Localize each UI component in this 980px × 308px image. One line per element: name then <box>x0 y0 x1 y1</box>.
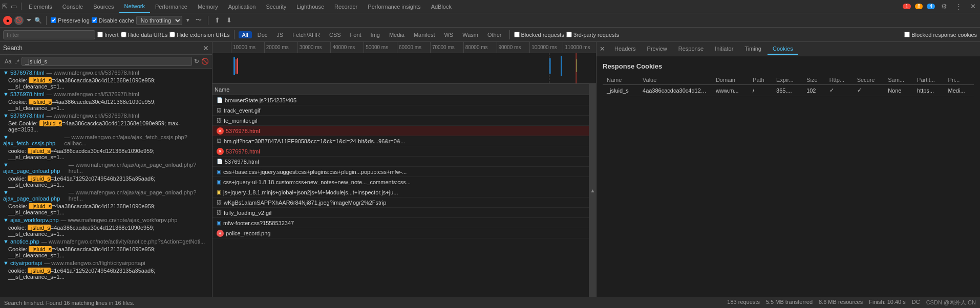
preserve-log-label[interactable]: Preserve log <box>51 17 90 24</box>
result-file-name[interactable]: ▼ ajax_fetch_cssjs.php <box>3 134 62 146</box>
timeline-body[interactable] <box>212 53 596 84</box>
record-button[interactable]: ● <box>3 16 12 25</box>
third-party-checkbox[interactable] <box>566 32 572 37</box>
tab-sources[interactable]: Sources <box>88 0 119 13</box>
list-item[interactable]: Set-Cookie: _jsluid_s=4aa386cacdca30c4d1… <box>0 120 212 133</box>
tab-console[interactable]: Console <box>57 0 88 13</box>
hide-extension-urls-label[interactable]: Hide extension URLs <box>169 32 229 38</box>
tab-response[interactable]: Response <box>673 43 709 55</box>
search-close-button[interactable]: ✕ <box>203 44 209 52</box>
blocked-requests-checkbox[interactable] <box>514 32 520 37</box>
result-file-name[interactable]: ▼ 5376978.html <box>3 113 45 119</box>
invert-label[interactable]: Invert <box>97 32 119 38</box>
tab-preview[interactable]: Preview <box>642 43 672 55</box>
result-file-name[interactable]: ▼ ajax_workforpv.php <box>3 217 59 223</box>
network-conditions-icon[interactable]: 〜 <box>194 15 204 26</box>
tab-lighthouse[interactable]: Lighthouse <box>291 0 329 13</box>
blocked-cookies-label[interactable]: Blocked response cookies <box>904 32 977 38</box>
settings-icon[interactable]: ⚙ <box>939 2 949 11</box>
list-item[interactable]: cookie: _jsluid_s=1e641a71252c0749546b23… <box>0 267 212 280</box>
filter-input[interactable] <box>3 30 95 39</box>
table-row[interactable]: _jsluid_s 4aa386cacdca30c4d1213... www.m… <box>603 85 974 96</box>
refresh-search-button[interactable]: ↻ <box>194 58 199 65</box>
hide-data-urls-checkbox[interactable] <box>121 32 126 37</box>
table-row[interactable]: ✕ 5376978.html <box>212 126 589 136</box>
tab-network[interactable]: Network <box>119 0 150 13</box>
tab-headers[interactable]: Headers <box>609 43 641 55</box>
hide-data-urls-label[interactable]: Hide data URLs <box>121 32 168 38</box>
filter-type-css[interactable]: CSS <box>326 31 345 38</box>
blocked-requests-label[interactable]: Blocked requests <box>514 32 564 38</box>
table-row[interactable]: ▣ js+jquery-1.8.1.minjs+global+json2js+M… <box>212 187 589 197</box>
detail-close-button[interactable]: ✕ <box>600 45 605 53</box>
result-file-name[interactable]: ▼ ajax_page_onload.php <box>3 189 67 202</box>
table-row[interactable]: ▣ css+base:css+jquery.suggest:css+plugin… <box>212 167 589 177</box>
list-item[interactable]: Cookie: _jsluid_s=4aa386cacdca30c4d12136… <box>0 98 212 112</box>
filter-type-other[interactable]: Other <box>484 31 505 38</box>
disable-cache-checkbox[interactable] <box>92 17 97 23</box>
filter-type-all[interactable]: All <box>239 31 252 38</box>
throttle-chevron-icon[interactable]: ▾ <box>184 16 191 25</box>
import-icon[interactable]: ⬆ <box>212 15 222 25</box>
clear-button[interactable]: 🚫 <box>14 16 24 25</box>
export-icon[interactable]: ⬇ <box>224 15 234 25</box>
tab-adblock[interactable]: AdBlock <box>426 0 457 13</box>
filter-type-fetch-xhr[interactable]: Fetch/XHR <box>289 31 324 38</box>
filter-type-js[interactable]: JS <box>273 31 287 38</box>
tab-timing[interactable]: Timing <box>739 43 766 55</box>
tab-recorder[interactable]: Recorder <box>329 0 363 13</box>
search-toggle-button[interactable]: 🔍 <box>34 17 42 24</box>
result-file-name[interactable]: ▼ ajax_page_onload.php <box>3 162 67 174</box>
filter-type-media[interactable]: Media <box>386 31 408 38</box>
invert-checkbox[interactable] <box>97 32 103 37</box>
table-row[interactable]: 🖼 track_event.gif <box>212 105 589 116</box>
filter-type-doc[interactable]: Doc <box>254 31 271 38</box>
list-item[interactable]: Cookie: _jsluid_s=4aa386cacdca30c4d12136… <box>0 77 212 90</box>
third-party-label[interactable]: 3rd-party requests <box>566 32 619 38</box>
list-item[interactable]: Cookie: _jsluid_s=4aa386cacdca30c4d12136… <box>0 203 212 216</box>
scroll-button[interactable]: ▲ <box>589 84 596 297</box>
list-item[interactable]: cookie: _jsluid_s=4aa386cacdca30c4d12136… <box>0 147 212 161</box>
blocked-cookies-checkbox[interactable] <box>904 32 910 37</box>
table-row[interactable]: ▣ mfw-footer.css?1558532347 <box>212 218 589 228</box>
table-row[interactable]: 📄 5376978.html <box>212 157 589 167</box>
tab-cookies[interactable]: Cookies <box>768 43 798 55</box>
filter-type-manifest[interactable]: Manifest <box>410 31 439 38</box>
tab-initiator[interactable]: Initiator <box>710 43 738 55</box>
table-row[interactable]: 🖼 wKgBs1alamSAPPXhAAR6r84Nji871.jpeg?ima… <box>212 197 589 208</box>
table-row[interactable]: ▣ css+jquery-ui-1.8.18.custom:css+new_no… <box>212 177 589 187</box>
filter-toggle-button[interactable]: ⏷ <box>26 16 32 24</box>
filter-type-img[interactable]: Img <box>367 31 384 38</box>
result-file-name[interactable]: ▼ 5376978.html <box>3 70 45 76</box>
clear-search-button[interactable]: 🚫 <box>201 58 209 65</box>
filter-type-wasm[interactable]: Wasm <box>459 31 482 38</box>
tab-security[interactable]: Security <box>261 0 291 13</box>
list-item[interactable]: cookie: _jsluid_s=4aa386cacdca30c4d12136… <box>0 224 212 237</box>
tab-application[interactable]: Application <box>223 0 261 13</box>
preserve-log-checkbox[interactable] <box>51 17 56 23</box>
table-row[interactable]: ✕ 5376978.html <box>212 146 589 157</box>
table-row[interactable]: 🖼 fully_loading_v2.gif <box>212 208 589 218</box>
table-row[interactable]: 🖼 hm.gif?hca=30B7847A11EE9058&cc=1&ck=1&… <box>212 136 589 146</box>
filter-type-font[interactable]: Font <box>347 31 365 38</box>
disable-cache-label[interactable]: Disable cache <box>92 17 134 24</box>
tab-performance[interactable]: Performance <box>150 0 193 13</box>
result-file-name[interactable]: ▼ cityairportapi <box>3 260 42 266</box>
filter-type-ws[interactable]: WS <box>440 31 457 38</box>
tab-elements[interactable]: Elements <box>24 0 57 13</box>
table-row[interactable]: ● police_record.png <box>212 228 589 238</box>
table-row[interactable]: 🖼 fe_monitor.gif <box>212 116 589 126</box>
hide-extension-urls-checkbox[interactable] <box>169 32 175 37</box>
cursor-icon[interactable]: ⇱ <box>2 3 8 10</box>
tab-memory[interactable]: Memory <box>193 0 223 13</box>
search-input[interactable] <box>22 57 192 66</box>
list-item[interactable]: Cookie: _jsluid_s=4aa386cacdca30c4d12136… <box>0 246 212 259</box>
list-item[interactable]: cookie: _jsluid_s=1e641a71252c0749546b23… <box>0 175 212 188</box>
result-file-name[interactable]: ▼ 5376978.html <box>3 91 45 97</box>
device-icon[interactable]: ▭ <box>11 3 17 10</box>
regex-button[interactable]: .* <box>15 58 19 65</box>
tab-performance-insights[interactable]: Performance insights <box>363 0 425 13</box>
result-file-name[interactable]: ▼ anotice.php <box>3 238 39 245</box>
more-icon[interactable]: ⋮ <box>953 2 964 11</box>
throttle-select[interactable]: No throttling <box>136 16 182 25</box>
